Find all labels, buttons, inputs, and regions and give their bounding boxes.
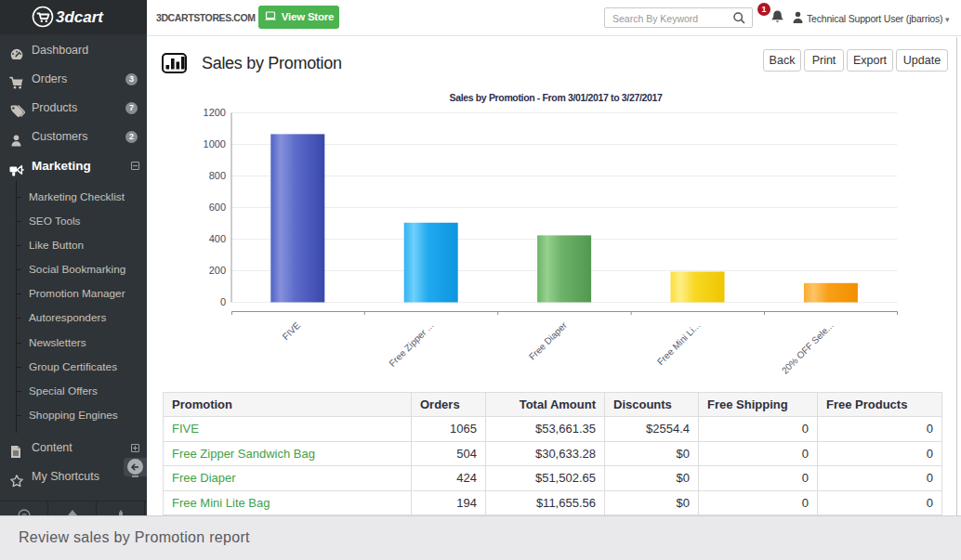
svg-text:1000: 1000	[204, 138, 226, 150]
svg-text:Free Diaper: Free Diaper	[527, 319, 570, 362]
svg-text:0: 0	[220, 296, 226, 307]
svg-text:Sales by Promotion - From 3/01: Sales by Promotion - From 3/01/2017 to 3…	[450, 92, 663, 103]
svg-text:200: 200	[209, 265, 226, 276]
svg-text:Free Zipper ...: Free Zipper ...	[387, 320, 435, 369]
svg-text:3dcart: 3dcart	[56, 8, 104, 26]
svg-text:800: 800	[209, 170, 226, 181]
svg-text:1200: 1200	[204, 107, 226, 118]
svg-text:Free Mini Li...: Free Mini Li...	[655, 320, 703, 368]
svg-text:20% OFF Sele...: 20% OFF Sele...	[780, 320, 836, 376]
svg-text:FIVE: FIVE	[281, 319, 303, 342]
svg-text:600: 600	[209, 202, 226, 213]
svg-text:400: 400	[209, 233, 226, 244]
